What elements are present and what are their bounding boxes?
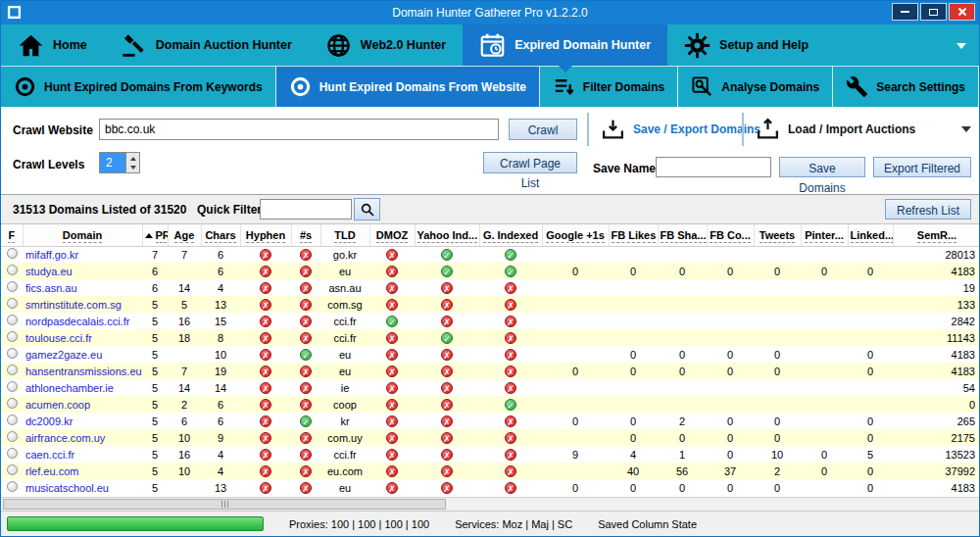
- crawl-levels-stepper[interactable]: 2: [99, 152, 140, 173]
- horizontal-scrollbar[interactable]: [1, 497, 979, 511]
- table-row[interactable]: gamez2gaze.eu510✗✓eu✗✗✗000004183: [1, 346, 979, 363]
- table-row[interactable]: smrtinstitute.com.sg5513✗✗com.sg✗✗✗133: [1, 296, 979, 313]
- tab-filter-domains[interactable]: Filter Domains: [540, 67, 678, 107]
- table-row[interactable]: fics.asn.au6144✗✗asn.au✗✗✗19: [1, 279, 979, 296]
- favorite-radio-icon[interactable]: [7, 281, 18, 292]
- favorite-radio-icon[interactable]: [7, 448, 18, 459]
- minimize-button[interactable]: [892, 3, 918, 21]
- table-row[interactable]: airfrance.com.uy5109✗✗com.uy✗✗✗000002175: [1, 429, 979, 446]
- favorite-radio-icon[interactable]: [7, 415, 18, 425]
- favorite-radio-icon[interactable]: [7, 315, 18, 325]
- column-header-fb-comments[interactable]: FB Co...: [707, 224, 754, 246]
- tab-load-import-auctions[interactable]: Load / Import Auctions: [742, 113, 925, 146]
- spinner-up-icon[interactable]: [126, 153, 139, 163]
- nav-overflow-button[interactable]: [944, 24, 979, 66]
- column-header-yahoo-indexed[interactable]: Yahoo Ind...: [415, 224, 479, 246]
- table-row[interactable]: acumen.coop526✗✗coop✗✗✓0: [1, 396, 979, 413]
- save-name-input[interactable]: [656, 157, 771, 177]
- nav-item-home[interactable]: Home: [1, 24, 104, 66]
- column-header-hyphen[interactable]: Hyphen: [240, 224, 291, 246]
- table-row[interactable]: studya.eu66✗✗eu✗✓✓00000004183: [1, 263, 979, 279]
- tab-analyse-domains[interactable]: Analyse Domains: [678, 67, 833, 107]
- tab-search-settings[interactable]: Search Settings: [833, 67, 979, 107]
- nav-item-domain-auction-hunter[interactable]: Domain Auction Hunter: [104, 24, 309, 66]
- column-header-g-indexed[interactable]: G. Indexed: [479, 224, 542, 246]
- domain-link[interactable]: musicatschool.eu: [25, 482, 109, 494]
- quick-filter-input[interactable]: [260, 199, 352, 220]
- column-header-pr[interactable]: PR: [142, 224, 168, 246]
- quick-filter-search-button[interactable]: [354, 198, 380, 220]
- table-row[interactable]: rlef.eu.com5104✗✗eu.com✗✗✗40563720037992: [1, 463, 979, 479]
- cell-fav: [1, 263, 23, 279]
- favorite-radio-icon[interactable]: [7, 348, 18, 359]
- column-header-linkedin[interactable]: Linked...: [848, 224, 893, 246]
- domain-link[interactable]: studya.eu: [25, 266, 73, 277]
- nav-item-setup-and-help[interactable]: Setup and Help: [667, 24, 825, 66]
- column-header-domain[interactable]: Domain: [23, 224, 142, 246]
- column-header-fav[interactable]: F: [1, 224, 23, 246]
- domain-link[interactable]: acumen.coop: [25, 399, 90, 411]
- domain-link[interactable]: mifaff.go.kr: [25, 249, 78, 261]
- domain-link[interactable]: dc2009.kr: [25, 415, 73, 427]
- column-header-numbers[interactable]: #s: [291, 224, 320, 246]
- column-header-fb-likes[interactable]: FB Likes: [609, 224, 658, 246]
- domain-link[interactable]: rlef.eu.com: [25, 465, 78, 477]
- domain-link[interactable]: hansentransmissions.eu: [25, 366, 142, 377]
- favorite-radio-icon[interactable]: [7, 298, 18, 309]
- cell-google-plus-1s: 9: [542, 446, 609, 463]
- domain-link[interactable]: toulouse.cci.fr: [25, 332, 92, 344]
- table-row[interactable]: nordpasdecalais.cci.fr51615✗✗cci.fr✓✗✗28…: [1, 313, 979, 329]
- tab-hunt-from-keywords[interactable]: Hunt Expired Domains From Keywords: [1, 67, 276, 107]
- favorite-radio-icon[interactable]: [7, 248, 18, 259]
- export-filtered-button[interactable]: Export Filtered: [873, 157, 971, 177]
- domain-link[interactable]: fics.asn.au: [25, 282, 77, 294]
- favorite-radio-icon[interactable]: [7, 381, 18, 392]
- column-header-fb-shares[interactable]: FB Sha...: [658, 224, 707, 246]
- table-row[interactable]: toulouse.cci.fr5188✗✗cci.fr✗✓✗11143: [1, 329, 979, 346]
- crawl-page-list-button[interactable]: Crawl Page List: [483, 152, 577, 173]
- cross-icon: ✗: [260, 332, 271, 344]
- maximize-button[interactable]: [920, 3, 947, 21]
- column-header-chars[interactable]: Chars: [201, 224, 240, 246]
- export-overflow-button[interactable]: [961, 121, 971, 140]
- spinner-down-icon[interactable]: [126, 163, 139, 172]
- close-button[interactable]: [949, 3, 975, 21]
- tab-hunt-from-website[interactable]: Hunt Expired Domains From Website: [276, 67, 540, 107]
- nav-item-web20-hunter[interactable]: Web2.0 Hunter: [309, 24, 463, 66]
- favorite-radio-icon[interactable]: [7, 331, 18, 342]
- save-domains-button[interactable]: Save Domains: [779, 157, 865, 177]
- nav-item-expired-domain-hunter[interactable]: Expired Domain Hunter: [463, 24, 667, 66]
- domain-link[interactable]: athlonechamber.ie: [25, 382, 114, 394]
- table-row[interactable]: hansentransmissions.eu5719✗✗eu✗✗✗0000004…: [1, 363, 979, 379]
- favorite-radio-icon[interactable]: [7, 481, 18, 492]
- column-header-age[interactable]: Age: [168, 224, 201, 246]
- cell-pinterest: [801, 246, 848, 263]
- favorite-radio-icon[interactable]: [7, 365, 18, 375]
- scrollbar-thumb[interactable]: [3, 499, 446, 510]
- cell-dmoz: ✗: [369, 263, 415, 279]
- column-header-tld[interactable]: TLD: [320, 224, 369, 246]
- column-header-pinterest[interactable]: Pinter...: [801, 224, 848, 246]
- cell-fb-likes: 0: [609, 263, 658, 279]
- favorite-radio-icon[interactable]: [7, 398, 18, 409]
- refresh-list-button[interactable]: Refresh List: [885, 199, 971, 220]
- table-row[interactable]: musicatschool.eu513✗✗eu✗✗✗0000004183: [1, 479, 979, 496]
- crawl-button[interactable]: Crawl: [509, 119, 577, 140]
- domain-link[interactable]: smrtinstitute.com.sg: [25, 299, 122, 311]
- column-header-dmoz[interactable]: DMOZ: [369, 224, 415, 246]
- crawl-website-input[interactable]: [99, 119, 499, 140]
- column-header-tweets[interactable]: Tweets: [754, 224, 801, 246]
- column-header-google-plus-1s[interactable]: Google +1s: [542, 224, 609, 246]
- domain-link[interactable]: gamez2gaze.eu: [25, 349, 102, 361]
- favorite-radio-icon[interactable]: [7, 431, 18, 442]
- table-row[interactable]: dc2009.kr566✗✓kr✗✗✗002000265: [1, 413, 979, 429]
- table-row[interactable]: caen.cci.fr5164✗✗cci.fr✗✗✗9410100513523: [1, 446, 979, 463]
- table-row[interactable]: mifaff.go.kr776✗✗go.kr✗✓✓28013: [1, 246, 979, 263]
- column-header-semrush[interactable]: SemR...: [893, 224, 979, 246]
- domain-link[interactable]: airfrance.com.uy: [25, 432, 105, 444]
- table-row[interactable]: athlonechamber.ie51414✗✗ie✗✗✗54: [1, 379, 979, 396]
- favorite-radio-icon[interactable]: [7, 265, 18, 275]
- favorite-radio-icon[interactable]: [7, 464, 18, 475]
- domain-link[interactable]: caen.cci.fr: [25, 449, 74, 461]
- domain-link[interactable]: nordpasdecalais.cci.fr: [25, 316, 129, 327]
